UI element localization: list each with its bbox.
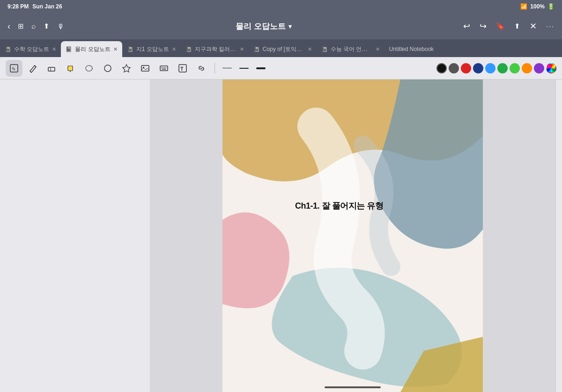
export-button[interactable]: ⬆ (512, 20, 522, 32)
pen-icon (28, 64, 37, 73)
image-icon (140, 64, 150, 73)
tab-earth-icon: 📓 (127, 46, 133, 52)
tab-physics-label: 물리 오답노트 (75, 45, 110, 53)
toolbar-separator (214, 63, 215, 74)
bookmark-button[interactable]: 🔖 (494, 20, 507, 32)
tab-physics-icon: 📓 (66, 46, 72, 52)
text-icon: T (178, 64, 187, 73)
keyboard-icon (159, 64, 169, 73)
svg-rect-13 (165, 67, 166, 68)
status-bar: 9:28 PM Sun Jan 26 📶 100% 🔋 (0, 0, 562, 13)
tab-earthsci-close[interactable]: ✕ (240, 46, 244, 52)
smart-write-tool[interactable]: ✎ (6, 60, 22, 77)
stroke-thick-button[interactable] (253, 66, 268, 70)
tab-korean-close[interactable]: ✕ (376, 46, 380, 52)
stroke-thin-button[interactable] (220, 67, 235, 69)
color-green-dot[interactable] (497, 63, 508, 73)
mic-button[interactable]: 🎙 (55, 21, 66, 32)
tab-toeic[interactable]: 📓 Copy of [토익마스터]·... ✕ (249, 41, 317, 57)
text-tool[interactable]: T (174, 60, 191, 77)
color-picker-button[interactable] (546, 63, 556, 73)
dropdown-arrow[interactable]: ▾ (288, 23, 292, 30)
tab-earthsci-icon: 📓 (185, 46, 192, 52)
close-button[interactable]: ✕ (528, 19, 539, 33)
main-content: Ch1-1. 잘 풀어지는 유형 (0, 80, 562, 392)
svg-text:T: T (180, 66, 184, 72)
highlighter-icon (66, 64, 75, 73)
wifi-icon: 📶 (520, 3, 527, 10)
toolbar: ✎ (0, 57, 562, 80)
star-tool[interactable] (118, 60, 135, 77)
color-red-dot[interactable] (461, 63, 471, 73)
color-orange-dot[interactable] (522, 63, 532, 73)
lasso-tool[interactable] (81, 60, 97, 77)
svg-rect-7 (141, 65, 149, 71)
image-tool[interactable] (137, 60, 154, 77)
shape-icon (103, 64, 112, 73)
tab-physics[interactable]: 📓 물리 오답노트 ✕ (61, 41, 122, 57)
back-button[interactable]: ‹ (6, 20, 12, 33)
redo-button[interactable]: ↪ (478, 19, 488, 33)
svg-rect-12 (164, 67, 165, 68)
stroke-medium-line (239, 68, 249, 69)
tab-toeic-close[interactable]: ✕ (308, 46, 312, 52)
tab-physics-close[interactable]: ✕ (113, 46, 118, 52)
tab-earth[interactable]: 📓 지1 오답노트 ✕ (122, 41, 181, 57)
shape-tool[interactable] (99, 60, 116, 77)
color-purple-dot[interactable] (534, 63, 544, 73)
stroke-thin-line (222, 68, 232, 68)
lasso-icon (84, 64, 94, 73)
eraser-tool[interactable] (43, 60, 60, 77)
link-tool[interactable] (193, 60, 210, 77)
undo-button[interactable]: ↩ (461, 19, 472, 33)
grid-button[interactable]: ⊞ (16, 20, 26, 32)
share-button[interactable]: ⬆ (42, 20, 52, 32)
svg-rect-2 (48, 67, 55, 71)
right-panel[interactable] (555, 80, 562, 392)
tab-untitled-label: Untitled Notebook (389, 46, 434, 52)
tab-korean-icon: 📓 (321, 46, 328, 52)
tab-earth-close[interactable]: ✕ (172, 46, 176, 52)
svg-point-4 (86, 65, 92, 71)
tabs-bar: 📓 수학 오답노트 ✕ 📓 물리 오답노트 ✕ 📓 지1 오답노트 ✕ 📓 지구… (0, 39, 562, 57)
link-icon (197, 64, 206, 73)
title-bar: ‹ ⊞ ⌕ ⬆ 🎙 물리 오답노트 ▾ ↩ ↪ 🔖 ⬆ ✕ ··· (0, 13, 562, 39)
stroke-medium-button[interactable] (237, 67, 251, 70)
tab-korean[interactable]: 📓 수능 국어 언어(문법) 아... ✕ (317, 41, 385, 57)
keyboard-tool[interactable] (155, 60, 172, 77)
color-darkgray-dot[interactable] (449, 63, 459, 73)
search-button[interactable]: ⌕ (30, 20, 38, 32)
notebook-title: 물리 오답노트 (236, 21, 286, 32)
tab-earth-sci[interactable]: 📓 지구과학 킬러주제 + 단... ✕ (181, 41, 249, 57)
svg-point-5 (104, 65, 111, 72)
smart-write-icon: ✎ (9, 64, 19, 73)
color-black-dot[interactable] (436, 63, 447, 73)
highlighter-tool[interactable] (62, 60, 79, 77)
color-lime-dot[interactable] (510, 63, 520, 73)
star-icon (122, 64, 131, 73)
more-button[interactable]: ··· (544, 21, 556, 32)
color-navy-dot[interactable] (473, 63, 483, 73)
status-time: 9:28 PM (7, 3, 29, 10)
svg-rect-3 (68, 66, 73, 71)
tab-korean-label: 수능 국어 언어(문법) 아... (331, 45, 373, 53)
color-blue-dot[interactable] (485, 63, 495, 73)
svg-rect-10 (161, 67, 162, 68)
svg-rect-11 (163, 67, 163, 68)
svg-marker-6 (123, 65, 130, 72)
tab-toeic-label: Copy of [토익마스터]·... (263, 45, 305, 53)
tab-earth-label: 지1 오답노트 (136, 45, 169, 53)
notebook-page: Ch1-1. 잘 풀어지는 유형 (222, 80, 483, 392)
tab-untitled[interactable]: Untitled Notebook (385, 41, 438, 57)
canvas-area[interactable]: Ch1-1. 잘 풀어지는 유형 (150, 80, 555, 392)
svg-rect-14 (162, 69, 166, 70)
battery-label: 100% (530, 3, 545, 10)
page-artwork (222, 80, 483, 392)
svg-rect-9 (160, 66, 168, 71)
page-chapter-text: Ch1-1. 잘 풀어지는 유형 (295, 200, 383, 211)
battery-icon: 🔋 (547, 3, 555, 10)
left-panel (0, 80, 150, 392)
tab-math[interactable]: 📓 수학 오답노트 ✕ (0, 41, 61, 57)
pen-tool[interactable] (24, 60, 41, 77)
tab-math-close[interactable]: ✕ (52, 46, 56, 52)
